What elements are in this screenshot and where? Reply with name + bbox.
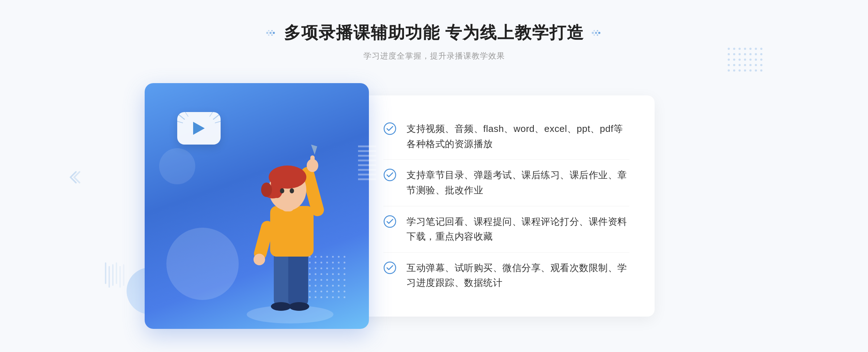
svg-point-3: [268, 30, 269, 31]
svg-point-51: [384, 262, 396, 274]
title-row: 多项录播课辅助功能 专为线上教学打造: [266, 22, 603, 44]
svg-point-68: [744, 53, 746, 55]
feature-item-2: 支持章节目录、弹题考试、课后练习、课后作业、章节测验、批改作业: [383, 160, 629, 206]
svg-point-48: [384, 123, 396, 134]
svg-point-58: [728, 48, 730, 50]
svg-point-75: [744, 59, 746, 61]
features-card: 支持视频、音频、flash、word、excel、ppt、pdf等各种格式的资源…: [358, 95, 655, 317]
svg-point-11: [597, 30, 598, 31]
svg-rect-52: [105, 262, 106, 284]
svg-point-32: [289, 302, 309, 311]
svg-point-81: [739, 64, 741, 66]
svg-rect-45: [310, 155, 315, 167]
svg-point-4: [271, 30, 273, 31]
svg-point-46: [254, 254, 265, 265]
svg-point-89: [744, 69, 746, 72]
svg-point-71: [760, 53, 762, 55]
feature-item-1: 支持视频、音频、flash、word、excel、ppt、pdf等各种格式的资源…: [383, 113, 629, 160]
top-right-dots-deco: [727, 47, 767, 74]
svg-rect-30: [288, 249, 308, 307]
feature-text-3: 学习笔记回看、课程提问、课程评论打分、课件资料下载，重点内容收藏: [407, 214, 629, 244]
svg-point-0: [266, 32, 268, 34]
chevron-left-icon: [65, 168, 83, 190]
svg-point-10: [593, 30, 595, 31]
svg-point-43: [290, 188, 294, 193]
svg-point-50: [384, 216, 396, 227]
svg-point-83: [749, 64, 752, 66]
svg-point-85: [760, 64, 762, 66]
svg-point-91: [755, 69, 757, 72]
svg-point-73: [733, 59, 735, 61]
feature-item-4: 互动弹幕、试听购买、微信分享、观看次数限制、学习进度跟踪、数据统计: [383, 253, 629, 299]
svg-point-69: [749, 53, 752, 55]
svg-point-88: [739, 69, 741, 72]
svg-point-92: [760, 69, 762, 72]
play-bubble: [177, 112, 221, 145]
svg-point-86: [728, 69, 730, 72]
svg-point-62: [749, 48, 752, 50]
svg-point-80: [733, 64, 735, 66]
svg-point-41: [261, 183, 272, 197]
svg-point-87: [733, 69, 735, 72]
header-section: 多项录播课辅助功能 专为线上教学打造 学习进度全掌握，提升录播课教学效果: [266, 22, 603, 61]
feature-text-2: 支持章节目录、弹题考试、课后练习、课后作业、章节测验、批改作业: [407, 168, 629, 198]
svg-point-12: [593, 34, 595, 36]
svg-line-18: [215, 121, 221, 123]
svg-point-64: [760, 48, 762, 50]
main-title: 多项录播课辅助功能 专为线上教学打造: [284, 22, 584, 44]
svg-line-14: [179, 115, 184, 119]
svg-line-15: [177, 121, 183, 123]
svg-point-60: [739, 48, 741, 50]
svg-point-63: [755, 48, 757, 50]
check-icon-3: [383, 215, 396, 228]
content-area: 支持视频、音频、flash、word、excel、ppt、pdf等各种格式的资源…: [145, 83, 723, 329]
svg-point-79: [728, 64, 730, 66]
svg-point-90: [749, 69, 752, 72]
card-circle-small: [159, 148, 195, 184]
svg-point-59: [733, 48, 735, 50]
svg-line-19: [210, 112, 213, 116]
svg-marker-47: [311, 145, 317, 155]
check-icon-4: [383, 261, 396, 274]
svg-rect-57: [123, 264, 124, 286]
svg-line-16: [185, 112, 188, 116]
svg-point-65: [728, 53, 730, 55]
svg-point-72: [728, 59, 730, 61]
svg-point-84: [755, 64, 757, 66]
svg-point-61: [744, 48, 746, 50]
svg-point-9: [598, 32, 600, 34]
stripes-deco: [358, 145, 378, 184]
bg-dots-left: // Will generate inline: [101, 108, 152, 160]
svg-line-17: [213, 115, 219, 119]
feature-text-1: 支持视频、音频、flash、word、excel、ppt、pdf等各种格式的资源…: [407, 121, 629, 151]
svg-rect-56: [119, 266, 121, 288]
svg-point-70: [755, 53, 757, 55]
svg-rect-53: [109, 266, 110, 288]
svg-point-78: [760, 59, 762, 61]
svg-rect-54: [112, 264, 114, 286]
page-container: // Will generate inline: [0, 0, 868, 352]
svg-point-2: [273, 32, 275, 34]
svg-point-5: [268, 34, 269, 36]
svg-rect-33: [270, 206, 314, 257]
svg-point-74: [739, 59, 741, 61]
svg-point-1: [269, 32, 272, 34]
svg-point-67: [739, 53, 741, 55]
subtitle: 学习进度全掌握，提升录播课教学效果: [266, 51, 603, 61]
svg-point-49: [384, 169, 396, 181]
svg-point-66: [733, 53, 735, 55]
feature-item-3: 学习笔记回看、课程提问、课程评论打分、课件资料下载，重点内容收藏: [383, 206, 629, 253]
svg-rect-55: [116, 262, 117, 284]
svg-point-7: [592, 32, 594, 34]
svg-point-76: [749, 59, 752, 61]
svg-point-13: [597, 34, 598, 36]
svg-point-31: [271, 302, 291, 311]
illustration-card: [145, 83, 369, 329]
svg-point-8: [595, 32, 597, 34]
check-icon-2: [383, 168, 396, 181]
feature-text-4: 互动弹幕、试听购买、微信分享、观看次数限制、学习进度跟踪、数据统计: [407, 261, 629, 291]
title-deco-right: [591, 29, 602, 37]
title-deco-left: [266, 29, 277, 37]
bottom-dots-deco: [105, 262, 134, 300]
svg-point-82: [744, 64, 746, 66]
